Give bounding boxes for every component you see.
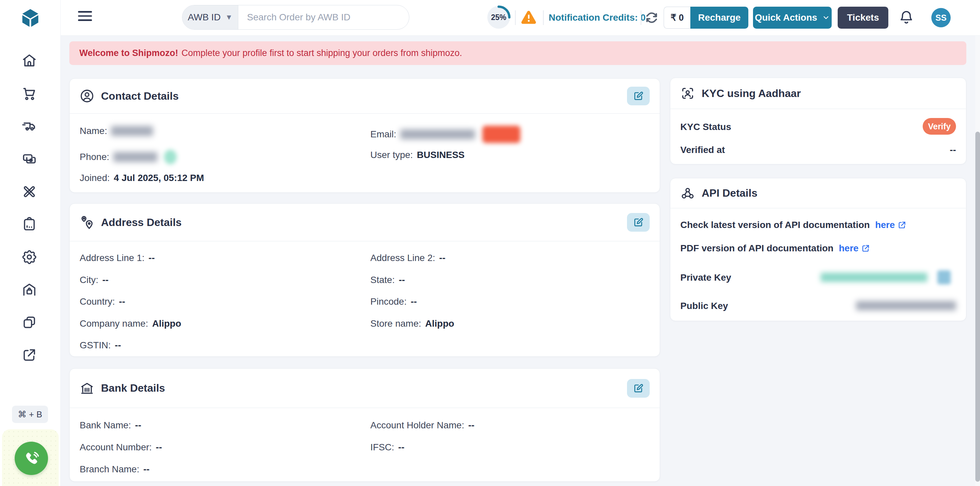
face-scan-icon: [680, 86, 695, 101]
sidebar-collapse-shortcut: ⌘ + B: [12, 406, 48, 423]
refresh-icon[interactable]: [645, 11, 659, 25]
field-label: Branch Name:: [80, 464, 139, 475]
address-city-field: City: --: [80, 275, 109, 285]
field-label: Email:: [370, 129, 396, 140]
field-label: Address Line 2:: [370, 253, 435, 263]
api-doc-latest-row: Check latest version of API documentatio…: [680, 220, 906, 230]
bank-details-header: Bank Details: [70, 369, 660, 408]
field-label: Account Number:: [80, 442, 152, 453]
shipmozo-logo[interactable]: [19, 7, 41, 30]
field-label: KYC Status: [680, 122, 731, 132]
card-title: Address Details: [101, 216, 182, 229]
field-label: State:: [370, 275, 395, 285]
field-label: IFSC:: [370, 442, 395, 453]
kyc-card: KYC using Aadhaar KYC Status Verify Veri…: [670, 78, 966, 164]
order-search-bar: AWB ID ▼: [182, 5, 409, 30]
divider: [543, 10, 544, 25]
map-pins-icon: [80, 215, 94, 229]
edit-address-button[interactable]: [627, 213, 650, 232]
address-country-field: Country: --: [80, 296, 125, 307]
field-value: --: [119, 296, 125, 307]
support-call-button[interactable]: [15, 442, 48, 475]
api-doc-latest-link[interactable]: here: [875, 220, 906, 230]
menu-toggle-icon[interactable]: [78, 11, 92, 24]
sidebar-item-weight-scale[interactable]: [22, 217, 37, 232]
field-value: --: [399, 275, 405, 285]
kyc-verified-at-value: --: [950, 145, 956, 155]
redacted-phone-verified-icon: [164, 150, 177, 164]
field-label: Address Line 1:: [80, 253, 145, 263]
welcome-banner: Welcome to Shipmozo! Complete your profi…: [69, 41, 966, 65]
address-pincode-field: Pincode: --: [370, 296, 417, 307]
api-details-header: API Details: [670, 178, 966, 208]
support-area: [2, 429, 59, 486]
divider: [641, 10, 641, 25]
api-doc-pdf-link[interactable]: here: [838, 243, 870, 254]
notification-credits[interactable]: Notification Credits: 0: [549, 12, 646, 23]
address-line2-field: Address Line 2: --: [370, 253, 445, 263]
field-value: --: [439, 253, 445, 263]
chevron-down-icon: ▼: [225, 13, 233, 22]
field-label: Bank Name:: [80, 420, 131, 431]
bank-account-field: Account Number: --: [80, 442, 162, 453]
link-label: here: [875, 220, 895, 230]
field-value: --: [156, 442, 162, 453]
chevron-down-icon: [822, 14, 830, 22]
address-state-field: State: --: [370, 275, 405, 285]
scrollbar-thumb[interactable]: [975, 132, 980, 482]
search-filter-label: AWB ID: [188, 12, 221, 23]
warning-icon[interactable]: [520, 9, 537, 25]
top-header: AWB ID ▼ 25% Notification Credits: 0 ₹ 0…: [60, 0, 980, 36]
sidebar-item-settings-gear[interactable]: [22, 249, 37, 265]
kyc-status-field: KYC Status: [680, 122, 731, 132]
field-label: City:: [80, 275, 98, 285]
redacted-name: [111, 126, 153, 136]
card-title: Bank Details: [101, 382, 165, 394]
wallet-balance[interactable]: ₹ 0: [663, 7, 690, 29]
field-value: --: [135, 420, 142, 431]
bank-branch-field: Branch Name: --: [80, 464, 150, 475]
tickets-button[interactable]: Tickets: [838, 7, 888, 29]
sidebar-item-warehouse[interactable]: [22, 282, 37, 298]
sidebar-item-copy[interactable]: [22, 315, 37, 330]
sidebar-item-billing-cash[interactable]: [22, 151, 37, 167]
kyc-header: KYC using Aadhaar: [670, 78, 966, 109]
contact-phone-field: Phone:: [80, 150, 177, 164]
sidebar-item-orders-cart[interactable]: [22, 86, 37, 101]
edit-contact-button[interactable]: [627, 87, 650, 105]
contact-details-header: Contact Details: [70, 79, 660, 114]
sidebar-item-home[interactable]: [22, 53, 37, 69]
field-value: BUSINESS: [417, 150, 465, 160]
edit-bank-button[interactable]: [627, 379, 650, 398]
banner-text: Complete your profile first to start shi…: [182, 48, 462, 58]
doc-label: PDF version of API documentation: [680, 243, 833, 254]
notifications-bell-icon[interactable]: [899, 10, 914, 25]
field-value: --: [410, 296, 417, 307]
profile-completion-ring[interactable]: 25%: [487, 5, 511, 29]
api-details-card: API Details Check latest version of API …: [670, 178, 966, 321]
search-input[interactable]: [238, 5, 409, 29]
address-details-card: Address Details Address Line 1: -- Addre…: [69, 203, 660, 357]
address-details-header: Address Details: [70, 204, 660, 241]
api-public-key-field: Public Key: [680, 301, 728, 311]
api-private-key-field: Private Key: [680, 272, 731, 283]
field-label: Country:: [80, 296, 115, 307]
quick-actions-button[interactable]: Quick Actions: [753, 7, 832, 29]
sidebar-item-shipments-truck[interactable]: [22, 118, 37, 134]
kyc-verify-button[interactable]: Verify: [923, 118, 956, 135]
wallet-widget: ₹ 0 Recharge: [663, 7, 748, 29]
field-value: --: [102, 275, 109, 285]
field-value: --: [398, 442, 405, 453]
edit-pen-icon: [633, 91, 644, 101]
user-avatar[interactable]: SS: [931, 8, 951, 27]
address-company-field: Company name: Alippo: [80, 318, 181, 329]
redacted-copy-icon[interactable]: [937, 270, 951, 284]
sidebar-item-external-link[interactable]: [22, 347, 37, 363]
sidebar: ⌘ + B: [0, 0, 60, 486]
search-filter-dropdown[interactable]: AWB ID ▼: [182, 5, 238, 29]
sidebar-item-tools[interactable]: [22, 184, 37, 199]
bank-icon: [80, 381, 94, 396]
card-title: API Details: [702, 187, 757, 199]
field-label: Pincode:: [370, 296, 407, 307]
recharge-button[interactable]: Recharge: [690, 7, 748, 29]
